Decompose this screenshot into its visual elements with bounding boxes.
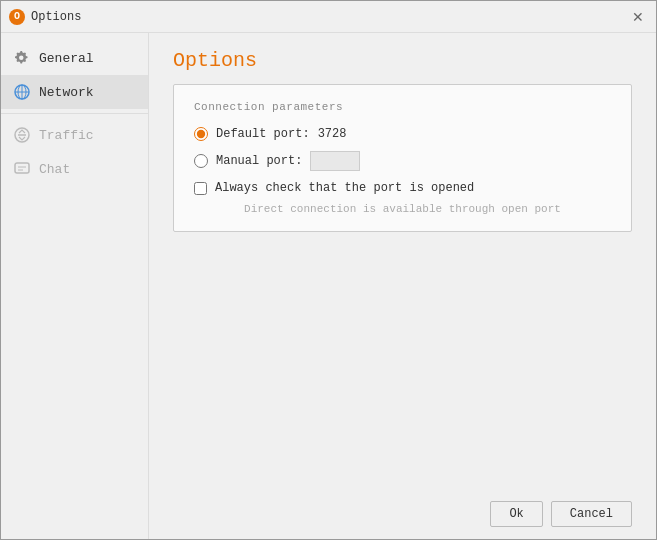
sidebar-item-network-label: Network — [39, 85, 94, 100]
always-check-checkbox[interactable] — [194, 182, 207, 195]
chat-icon — [13, 160, 31, 178]
default-port-radio[interactable] — [194, 127, 208, 141]
cancel-button[interactable]: Cancel — [551, 501, 632, 527]
manual-port-radio[interactable] — [194, 154, 208, 168]
manual-port-row: Manual port: — [194, 151, 611, 171]
network-icon — [13, 83, 31, 101]
connection-params-box: Connection parameters Default port: 3728… — [173, 84, 632, 232]
gear-icon — [13, 49, 31, 67]
hint-text: Direct connection is available through o… — [194, 203, 611, 215]
manual-port-label: Manual port: — [216, 154, 302, 168]
connection-params-title: Connection parameters — [194, 101, 611, 113]
page-title: Options — [149, 33, 656, 84]
app-icon: O — [9, 9, 25, 25]
ok-button[interactable]: Ok — [490, 501, 542, 527]
title-bar: O Options ✕ — [1, 1, 656, 33]
main-content: Options Connection parameters Default po… — [149, 33, 656, 539]
sidebar-item-general-label: General — [39, 51, 94, 66]
sidebar-item-chat-label: Chat — [39, 162, 70, 177]
title-bar-title: Options — [31, 10, 81, 24]
main-body: Connection parameters Default port: 3728… — [149, 84, 656, 489]
sidebar: General Network — [1, 33, 149, 539]
manual-port-input[interactable] — [310, 151, 360, 171]
sidebar-item-traffic-label: Traffic — [39, 128, 94, 143]
sidebar-item-network[interactable]: Network — [1, 75, 148, 109]
svg-rect-6 — [15, 163, 29, 173]
sidebar-item-traffic: Traffic — [1, 118, 148, 152]
sidebar-item-chat: Chat — [1, 152, 148, 186]
traffic-icon — [13, 126, 31, 144]
default-port-value: 3728 — [318, 127, 347, 141]
options-window: O Options ✕ General — [0, 0, 657, 540]
divider-1 — [1, 113, 148, 114]
sidebar-item-general[interactable]: General — [1, 41, 148, 75]
always-check-row: Always check that the port is opened — [194, 181, 611, 195]
default-port-label: Default port: — [216, 127, 310, 141]
title-bar-left: O Options — [9, 9, 81, 25]
always-check-label: Always check that the port is opened — [215, 181, 474, 195]
default-port-row: Default port: 3728 — [194, 127, 611, 141]
footer: Ok Cancel — [149, 489, 656, 539]
close-button[interactable]: ✕ — [628, 7, 648, 27]
content-area: General Network — [1, 33, 656, 539]
